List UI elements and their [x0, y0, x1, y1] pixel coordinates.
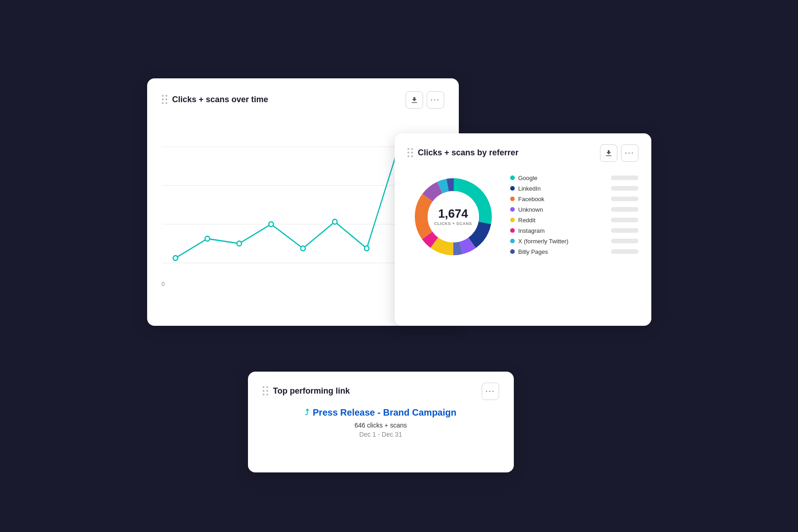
legend-bar-unknown	[611, 207, 638, 212]
top-link-clicks: 646 clicks + scans	[263, 422, 499, 429]
legend-label-instagram: Instagram	[518, 227, 607, 234]
svg-point-5	[173, 255, 177, 260]
svg-point-6	[205, 236, 209, 241]
legend-bar-google	[611, 176, 638, 180]
legend-bar-facebook	[611, 197, 638, 201]
legend-bar-reddit	[611, 218, 638, 222]
time-card-title: Clicks + scans over time	[172, 95, 269, 104]
legend-dot-instagram	[510, 228, 515, 233]
y-axis-zero: 0	[162, 281, 165, 287]
drag-icon-time	[162, 95, 168, 104]
legend-item-twitter: X (formerly Twitter)	[510, 238, 638, 245]
donut-subtitle: CLICKS + SCANS	[434, 221, 472, 226]
legend-dot-twitter	[510, 239, 515, 243]
legend-item-bitly: Bitly Pages	[510, 248, 638, 255]
svg-rect-14	[606, 155, 611, 156]
legend-item-linkedin: LinkedIn	[510, 185, 638, 192]
top-card-title: Top performing link	[273, 386, 350, 396]
legend-bar-instagram	[611, 228, 638, 233]
referrer-more-button[interactable]: ···	[621, 144, 638, 162]
donut-chart: 1,674 CLICKS + SCANS	[407, 171, 499, 263]
svg-point-9	[301, 246, 305, 251]
top-more-button[interactable]: ···	[482, 383, 499, 400]
top-link-title-text: Press Release - Brand Campaign	[313, 407, 456, 418]
donut-total: 1,674	[434, 208, 472, 219]
top-link-icon: ⤴	[305, 408, 309, 417]
svg-point-7	[237, 241, 241, 246]
legend-label-google: Google	[518, 175, 607, 181]
referrer-card-title: Clicks + scans by referrer	[418, 148, 519, 158]
legend-item-instagram: Instagram	[510, 227, 638, 234]
legend-item-facebook: Facebook	[510, 196, 638, 203]
legend-label-unknown: Unknown	[518, 206, 607, 213]
time-more-button[interactable]: ···	[427, 91, 444, 109]
top-link-body: ⤴ Press Release - Brand Campaign 646 cli…	[263, 407, 499, 438]
svg-point-8	[269, 221, 273, 226]
legend-item-reddit: Reddit	[510, 217, 638, 224]
title-area-time: Clicks + scans over time	[162, 95, 269, 104]
more-dots-icon: ···	[430, 95, 440, 104]
legend-item-google: Google	[510, 175, 638, 181]
card-header-time: Clicks + scans over time ···	[162, 91, 444, 109]
legend-dot-google	[510, 176, 515, 180]
title-area-top: Top performing link	[263, 386, 350, 396]
title-area-referrer: Clicks + scans by referrer	[407, 148, 519, 158]
more-dots-icon-referrer: ···	[625, 148, 634, 158]
referrer-download-button[interactable]	[600, 144, 617, 162]
referrer-body: 1,674 CLICKS + SCANS Google LinkedIn	[407, 171, 638, 263]
legend-bar-bitly	[611, 249, 638, 254]
legend-label-facebook: Facebook	[518, 196, 607, 203]
top-link-date: Dec 1 - Dec 31	[263, 431, 499, 438]
top-performing-card: Top performing link ··· ⤴ Press Release …	[248, 372, 514, 472]
card-header-referrer: Clicks + scans by referrer ···	[407, 144, 638, 162]
svg-point-11	[364, 246, 369, 251]
svg-point-10	[332, 219, 337, 224]
drag-icon-top	[263, 386, 269, 396]
legend-label-bitly: Bitly Pages	[518, 248, 607, 255]
legend-dot-facebook	[510, 197, 515, 201]
legend-dot-unknown	[510, 207, 515, 212]
time-card-actions: ···	[406, 91, 444, 109]
svg-rect-0	[412, 102, 417, 103]
legend-bar-linkedin	[611, 186, 638, 191]
legend-label-twitter: X (formerly Twitter)	[518, 238, 607, 245]
more-dots-icon-top: ···	[485, 386, 495, 396]
referrer-card-actions: ···	[600, 144, 638, 162]
donut-center: 1,674 CLICKS + SCANS	[434, 208, 472, 226]
drag-icon-referrer	[407, 148, 413, 158]
referrer-card: Clicks + scans by referrer ···	[395, 133, 651, 326]
legend-label-linkedin: LinkedIn	[518, 185, 607, 192]
legend-dot-reddit	[510, 218, 515, 222]
legend-bar-twitter	[611, 239, 638, 243]
legend-dot-linkedin	[510, 186, 515, 191]
top-card-header: Top performing link ···	[263, 383, 499, 400]
legend-item-unknown: Unknown	[510, 206, 638, 213]
legend-label-reddit: Reddit	[518, 217, 607, 224]
referrer-legend: Google LinkedIn Facebook Unknown	[510, 175, 638, 259]
time-download-button[interactable]	[406, 91, 423, 109]
top-link-name: ⤴ Press Release - Brand Campaign	[305, 407, 456, 418]
legend-dot-bitly	[510, 249, 515, 254]
